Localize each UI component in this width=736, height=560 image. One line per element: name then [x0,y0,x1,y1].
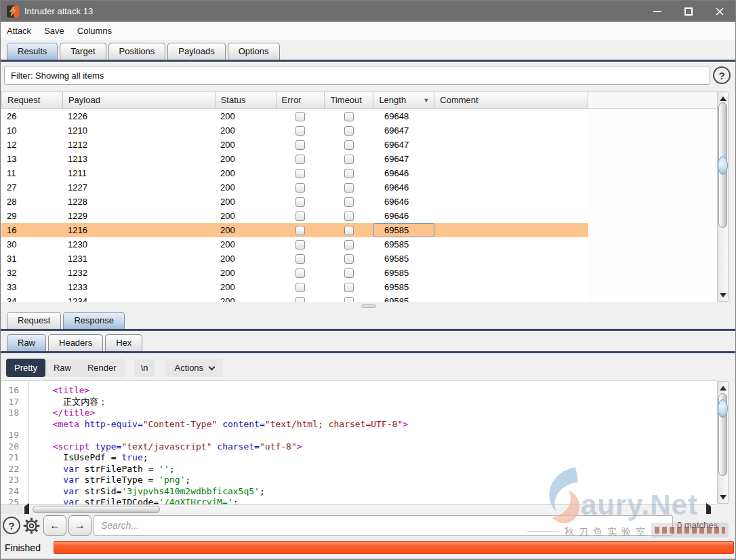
code-line: 16 <title> [1,385,703,397]
main-tab-positions[interactable]: Positions [108,43,166,60]
detail-tab-request[interactable]: Request [7,312,61,329]
table-scrollbar-thumb[interactable] [718,102,727,228]
column-header-request[interactable]: Request [2,92,63,108]
error-checkbox[interactable] [295,212,305,221]
table-row[interactable]: 32123220069585 [1,266,588,280]
close-icon [715,7,724,16]
table-row[interactable]: 30123020069585 [1,237,588,252]
table-row[interactable]: 29122920069646 [1,209,588,223]
show-newlines-button[interactable]: \n [134,359,155,377]
minimize-button[interactable] [642,1,673,22]
timeout-cell [325,152,373,166]
error-checkbox[interactable] [295,297,305,302]
table-row[interactable]: 27122720069646 [1,180,588,195]
table-row[interactable]: 28122820069646 [1,195,588,209]
view-tab-headers[interactable]: Headers [48,334,103,351]
burp-app-icon [7,5,19,18]
settings-gear-icon[interactable] [22,517,41,535]
detail-tab-response[interactable]: Response [63,312,125,329]
timeout-checkbox[interactable] [344,283,354,292]
table-vertical-scrollbar[interactable] [717,92,729,302]
timeout-checkbox[interactable] [344,297,354,302]
scroll-up-arrow[interactable] [718,94,728,103]
error-checkbox[interactable] [295,268,305,278]
mode-render-button[interactable]: Render [79,359,125,377]
timeout-checkbox[interactable] [344,226,354,235]
timeout-checkbox[interactable] [344,169,354,178]
menu-columns[interactable]: Columns [77,26,112,36]
timeout-checkbox[interactable] [344,126,354,136]
table-row[interactable]: 33123320069585 [1,280,588,294]
error-checkbox[interactable] [295,197,305,207]
next-match-button[interactable]: → [68,515,91,536]
error-checkbox[interactable] [295,126,305,136]
column-header-error[interactable]: Error [277,92,325,108]
filter-help-icon[interactable]: ? [713,66,731,84]
error-cell [276,123,325,138]
main-tab-options[interactable]: Options [228,43,280,60]
timeout-checkbox[interactable] [344,254,354,264]
column-header-timeout[interactable]: Timeout [325,92,373,108]
column-label: Request [7,95,40,105]
scroll-down-arrow[interactable] [718,492,728,502]
timeout-checkbox[interactable] [344,155,354,164]
view-tab-raw[interactable]: Raw [7,334,46,351]
column-header-status[interactable]: Status [216,92,277,108]
code-scrollbar-thumb[interactable] [718,393,727,476]
response-viewer[interactable]: 16 <title>17 正文内容：18 </title> <meta http… [1,380,717,504]
timeout-checkbox[interactable] [344,240,354,249]
column-header-payload[interactable]: Payload [63,92,216,108]
table-row[interactable]: 10121020069647 [1,123,588,138]
line-number: 16 [1,385,23,397]
error-checkbox[interactable] [295,254,305,264]
error-checkbox[interactable] [295,112,305,121]
error-checkbox[interactable] [295,169,305,178]
code-vertical-scrollbar[interactable] [717,381,729,504]
timeout-checkbox[interactable] [344,268,354,278]
error-checkbox[interactable] [295,155,305,164]
view-tab-hex[interactable]: Hex [105,334,142,351]
previous-match-button[interactable]: ← [43,515,66,536]
horizontal-scrollbar-thumb[interactable] [33,506,160,513]
error-checkbox[interactable] [295,226,305,235]
table-row[interactable]: 31123120069585 [1,252,588,266]
timeout-checkbox[interactable] [344,112,354,121]
code-line: 23 var strFileType = 'png'; [1,475,703,486]
main-tab-results[interactable]: Results [7,43,58,60]
scroll-down-arrow[interactable] [718,290,728,300]
mode-pretty-button[interactable]: Pretty [6,359,45,377]
code-token-keyword: var [63,475,79,485]
main-tab-payloads[interactable]: Payloads [167,43,225,60]
filter-bar[interactable]: Filter: Showing all items [4,66,710,85]
column-header-length[interactable]: Length▼ [373,92,434,108]
table-row[interactable]: 13121320069647 [1,152,588,166]
table-row[interactable]: 26122620069648 [1,109,588,123]
menu-attack[interactable]: Attack [7,26,31,36]
code-token-tag: <meta [53,419,85,429]
menu-save[interactable]: Save [44,26,64,36]
error-checkbox[interactable] [295,140,305,150]
timeout-checkbox[interactable] [344,183,354,193]
timeout-checkbox[interactable] [344,212,354,221]
table-row[interactable]: 11121120069646 [1,166,588,180]
timeout-checkbox[interactable] [344,197,354,207]
column-header-comment[interactable]: Comment [434,92,588,108]
search-help-icon[interactable]: ? [3,517,20,534]
mode-raw-button[interactable]: Raw [45,359,79,377]
panel-splitter[interactable] [1,302,735,310]
timeout-checkbox[interactable] [344,140,354,150]
scroll-up-arrow[interactable] [718,383,728,393]
close-button[interactable] [704,1,735,22]
search-input[interactable] [94,515,673,536]
table-row[interactable]: 16121620069585 [1,223,588,237]
error-checkbox[interactable] [295,183,305,193]
error-checkbox[interactable] [295,283,305,292]
table-row[interactable]: 12121220069647 [1,138,588,152]
main-tab-target[interactable]: Target [60,43,106,60]
maximize-button[interactable] [673,1,704,22]
code-horizontal-scrollbar[interactable] [1,504,717,514]
actions-button[interactable]: Actions [165,359,223,377]
error-checkbox[interactable] [295,240,305,249]
line-number: 21 [1,452,23,464]
table-row[interactable]: 34123420069585 [1,294,588,302]
